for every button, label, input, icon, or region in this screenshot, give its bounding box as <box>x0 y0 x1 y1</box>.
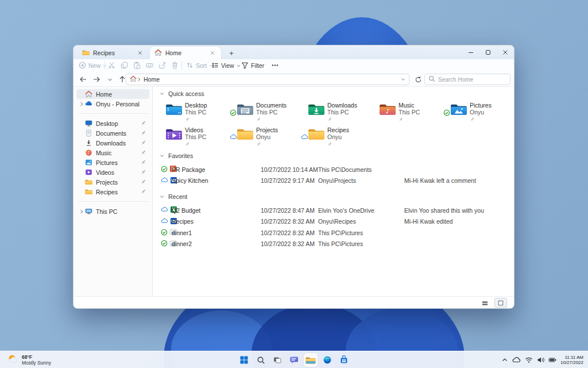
quick-access-tile-pictures[interactable]: Pictures Onyu <box>443 101 514 125</box>
copy-button[interactable] <box>121 59 128 72</box>
quick-access-tile-music[interactable]: ♪ Music This PC <box>372 101 443 125</box>
close-button[interactable] <box>497 45 514 59</box>
sidebar-item-desktop[interactable]: Desktop <box>76 118 149 128</box>
cut-button[interactable] <box>108 59 115 72</box>
minimize-icon <box>468 49 474 55</box>
quick-access-tile-recipes[interactable]: Recipes Onyu <box>301 125 372 150</box>
search-input[interactable] <box>438 76 506 83</box>
chevron-right-icon[interactable] <box>79 102 84 106</box>
chevron-up-icon[interactable] <box>501 356 508 363</box>
more-options-button[interactable] <box>271 59 279 72</box>
cloud-status-icon <box>161 217 168 226</box>
onedrive-cloud-icon[interactable] <box>512 356 521 365</box>
large-icons-view-button[interactable] <box>494 298 507 308</box>
pin-icon <box>256 116 287 123</box>
section-title: Quick access <box>168 90 204 97</box>
file-note: Mi-Hi Kwak left a comment <box>404 177 514 184</box>
chat-icon[interactable] <box>287 353 301 367</box>
quick-access-tile-desktop[interactable]: Desktop This PC <box>158 101 230 125</box>
section-header-quick-access[interactable]: Quick access <box>160 90 204 97</box>
file-row-dinner1[interactable]: dinner1 10/27/2022 8:32 AM This PC\Pictu… <box>153 227 514 239</box>
tile-name: Desktop <box>185 102 207 109</box>
file-row-recipes[interactable]: W Recipes 10/27/2022 8:32 AM Onyu\Recipe… <box>153 216 514 228</box>
share-button[interactable] <box>158 59 166 72</box>
sidebar-item-label: Onyu - Personal <box>96 101 147 108</box>
sidebar-item-pictures[interactable]: Pictures <box>76 158 149 167</box>
forward-button[interactable] <box>91 74 102 85</box>
pin-icon <box>185 141 206 148</box>
address-dropdown-icon[interactable] <box>401 76 405 83</box>
quick-access-tile-videos[interactable]: Videos This PC <box>158 125 230 150</box>
store-icon[interactable] <box>337 353 351 367</box>
battery-icon[interactable] <box>548 356 556 363</box>
filter-button[interactable]: Filter <box>241 59 264 72</box>
file-row-spicy-kitchen[interactable]: W Spicy Kitchen 10/27/2022 9:17 AM Onyu\… <box>153 175 514 187</box>
wifi-icon[interactable] <box>525 356 533 363</box>
paste-button[interactable] <box>133 59 141 72</box>
file-row-q2-budget[interactable]: X Q2 Budget 10/27/2022 8:47 AM Elvin Yoo… <box>153 205 514 216</box>
home-icon <box>154 49 162 57</box>
favorites-list: P PR Package 10/27/2022 10:14 AM This PC… <box>153 164 514 186</box>
weather-widget[interactable]: 68°F Mostly Sunny <box>7 353 51 367</box>
tab-strip: Recipes Home + <box>74 45 514 59</box>
file-row-pr-package[interactable]: P PR Package 10/27/2022 10:14 AM This PC… <box>153 164 514 175</box>
breadcrumb[interactable]: Home <box>144 76 160 83</box>
search-box[interactable] <box>424 74 510 85</box>
sidebar-item-downloads[interactable]: Downloads <box>76 138 149 148</box>
section-header-favorites[interactable]: Favorites <box>160 152 193 159</box>
new-button[interactable]: New <box>79 59 107 72</box>
search-icon[interactable] <box>254 353 268 367</box>
back-button[interactable] <box>78 74 88 85</box>
plus-circle-icon <box>79 62 86 70</box>
sync-status-icon <box>161 240 168 248</box>
weather-temp: 68°F <box>22 354 32 360</box>
tab-home[interactable]: Home <box>150 47 221 59</box>
sidebar-item-this-pc[interactable]: This PC <box>76 206 149 216</box>
sidebar-item-videos[interactable]: Videos <box>76 167 149 177</box>
view-button-label: View <box>221 62 234 69</box>
sidebar-item-onyu-personal[interactable]: Onyu - Personal <box>76 99 149 109</box>
task-view-icon[interactable] <box>270 353 284 367</box>
volume-icon[interactable] <box>537 356 544 363</box>
rename-button[interactable]: A <box>146 59 153 72</box>
file-date: 10/27/2022 8:32 AM <box>261 240 318 247</box>
quick-access-tile-projects[interactable]: Projects Onyu <box>230 125 301 150</box>
file-name: Q2 Budget <box>172 207 261 214</box>
desktop: { "colors": { "accent":"#0b6fd0", "folde… <box>0 0 588 368</box>
tab-close-icon[interactable] <box>208 49 216 57</box>
file-note: Elvin Yoo shared this with you <box>404 207 514 214</box>
refresh-button[interactable] <box>413 74 423 85</box>
recent-locations-button[interactable] <box>105 74 115 85</box>
maximize-button[interactable] <box>479 45 497 59</box>
file-location: Elvin Yoo's OneDrive <box>318 207 404 214</box>
sidebar-item-documents[interactable]: Documents <box>76 128 149 138</box>
quick-access-tile-documents[interactable]: Documents This PC <box>230 101 301 125</box>
file-explorer-icon[interactable] <box>304 353 318 367</box>
chevron-right-icon[interactable] <box>79 209 84 214</box>
folder-generic <box>308 127 325 143</box>
tab-close-icon[interactable] <box>136 49 144 57</box>
sidebar-item-projects[interactable]: Projects <box>76 177 149 187</box>
sort-button[interactable]: Sort <box>186 59 213 72</box>
edge-icon[interactable] <box>320 353 334 367</box>
rename-icon: A <box>146 62 153 70</box>
sidebar-item-home[interactable]: Home <box>76 89 149 99</box>
section-header-recent[interactable]: Recent <box>160 193 187 200</box>
chevron-down-icon <box>160 152 164 159</box>
tab-recipes[interactable]: Recipes <box>78 47 149 59</box>
file-row-dinner2[interactable]: dinner2 10/27/2022 8:32 AM This PC\Pictu… <box>153 239 514 250</box>
new-tab-button[interactable]: + <box>226 48 237 58</box>
start-icon[interactable] <box>237 353 251 367</box>
view-button[interactable]: View <box>211 59 241 72</box>
quick-access-tile-downloads[interactable]: Downloads This PC <box>301 101 372 125</box>
pin-icon <box>470 116 492 123</box>
taskbar-clock[interactable]: 11:11 AM 10/27/2022 <box>560 355 583 366</box>
minimize-button[interactable] <box>462 45 479 59</box>
new-button-label: New <box>88 62 100 69</box>
sidebar-item-recipes[interactable]: Recipes <box>76 187 149 197</box>
sidebar-item-music[interactable]: ♪ Music <box>76 148 149 158</box>
address-bar[interactable]: Home <box>126 74 409 85</box>
details-view-button[interactable] <box>481 299 489 309</box>
pin-icon <box>141 189 146 195</box>
delete-button[interactable] <box>171 59 179 72</box>
